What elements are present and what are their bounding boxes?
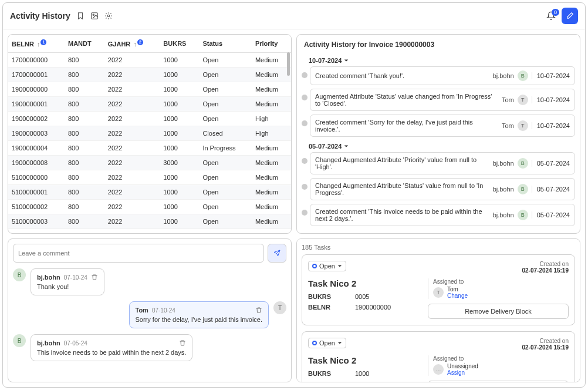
- table-row[interactable]: 190000000880020223000OpenMedium: [8, 155, 291, 170]
- task-field-label: BUKRS: [308, 293, 355, 300]
- cell: Open: [199, 184, 252, 199]
- avatar: B: [13, 334, 26, 347]
- edit-button[interactable]: [562, 8, 578, 24]
- cell: 1700000001: [8, 67, 65, 82]
- cell: Open: [199, 67, 252, 82]
- cell: 1000: [160, 67, 199, 82]
- col-priority[interactable]: Priority: [252, 35, 291, 52]
- timeline-card[interactable]: Created comment 'Thank you!'.bj.bohnB10-…: [310, 66, 575, 85]
- timeline-dot: [302, 158, 307, 164]
- chevron-down-icon: [337, 264, 342, 268]
- tasks-panel: 185 Tasks OpenCreated on02-07-2024 15:19…: [296, 238, 580, 382]
- table-row[interactable]: 170000000180020221000OpenMedium: [8, 67, 291, 82]
- col-status[interactable]: Status: [199, 35, 252, 52]
- cell: In Progress: [199, 140, 252, 155]
- table-row[interactable]: 190000000180020221000OpenMedium: [8, 96, 291, 111]
- sort-icon[interactable]: ↑: [37, 41, 40, 48]
- comment-input[interactable]: [13, 244, 264, 263]
- comment-date: 07-10-24: [152, 307, 175, 314]
- timeline-dot: [302, 184, 307, 190]
- comment-send-button[interactable]: [268, 244, 286, 263]
- status-dot-icon: [312, 341, 317, 345]
- cell: 2022: [104, 82, 160, 96]
- col-belnr[interactable]: BELNR ↑1: [8, 35, 65, 52]
- table-row[interactable]: 170000000080020221000OpenMedium: [8, 52, 291, 67]
- cell: Medium: [252, 52, 291, 67]
- table-row[interactable]: 510000000380020221000OpenMedium: [8, 214, 291, 228]
- task-status-select[interactable]: Open: [308, 261, 346, 271]
- cell: 800: [65, 155, 104, 170]
- created-value: 02-07-2024 15:19: [522, 267, 569, 274]
- timeline-user: bj.bohn: [493, 72, 514, 79]
- cell: 1700000000: [8, 52, 65, 67]
- page-title: Activity History: [10, 11, 70, 21]
- comment-user: bj.bohn: [37, 339, 60, 347]
- cell: 1000: [160, 214, 199, 228]
- cell: Medium: [252, 170, 291, 184]
- cell: 800: [65, 184, 104, 199]
- task-status-select[interactable]: Open: [308, 338, 346, 348]
- table-row[interactable]: 190000000080020221000OpenMedium: [8, 82, 291, 96]
- comment-user: bj.bohn: [37, 274, 60, 281]
- assign-action-link[interactable]: Assign: [447, 369, 465, 376]
- comment-date: 07-05-24: [64, 340, 87, 347]
- table-row[interactable]: 190000000280020221000OpenHigh: [8, 111, 291, 126]
- created-label: Created on: [522, 261, 569, 267]
- col-mandt[interactable]: MANDT: [65, 35, 104, 52]
- trash-icon[interactable]: [179, 339, 186, 347]
- timeline-date: 10-07-2024: [532, 122, 570, 129]
- table-row[interactable]: 510000000480020221000OpenMedium: [8, 228, 291, 233]
- cell: Open: [199, 199, 252, 214]
- cell: 2022: [104, 96, 160, 111]
- timeline-card[interactable]: Changed Augmented Attribute 'Status' val…: [310, 178, 575, 200]
- trash-icon[interactable]: [255, 307, 262, 314]
- timeline-card[interactable]: Changed Augmented Attribute 'Priority' v…: [310, 152, 575, 174]
- cell: 800: [65, 67, 104, 82]
- col-gjahr[interactable]: GJAHR ↑2: [104, 35, 160, 52]
- table-row[interactable]: 510000000280020221000OpenMedium: [8, 199, 291, 214]
- chevron-down-icon: [344, 58, 349, 63]
- cell: Closed: [199, 126, 252, 140]
- bookmark-icon[interactable]: [76, 12, 85, 20]
- task-action-button[interactable]: Remove Delivery Block: [428, 304, 569, 319]
- notifications-icon[interactable]: 0: [546, 11, 556, 21]
- cell: 800: [65, 52, 104, 67]
- cell: Medium: [252, 199, 291, 214]
- cell: Open: [199, 96, 252, 111]
- cell: 1000: [160, 170, 199, 184]
- timeline-user: Tom: [502, 122, 514, 129]
- timeline-date: 05-07-2024: [532, 211, 570, 218]
- comment-bubble: bj.bohn07-10-24Thank you!: [31, 268, 104, 295]
- table-row[interactable]: 190000000480020221000In ProgressMedium: [8, 140, 291, 155]
- timeline-user: bj.bohn: [493, 186, 514, 193]
- image-icon[interactable]: [90, 12, 99, 20]
- sort-icon[interactable]: ↑: [133, 41, 137, 48]
- table-row[interactable]: 510000000180020221000OpenMedium: [8, 184, 291, 199]
- table-row[interactable]: 510000000080020221000OpenMedium: [8, 170, 291, 184]
- task-field-value: 1000: [355, 370, 421, 377]
- notifications-badge: 0: [552, 9, 559, 16]
- timeline-card[interactable]: Augmented Attribute 'Status' value chang…: [310, 89, 575, 111]
- date-group-header[interactable]: 10-07-2024: [302, 55, 575, 66]
- gear-icon[interactable]: [104, 12, 113, 20]
- assignee-name: Unassigned: [447, 363, 478, 369]
- task-action-button[interactable]: Remove Delivery Block: [428, 381, 569, 382]
- scrollbar[interactable]: [287, 52, 290, 76]
- timeline-card[interactable]: Created comment 'Sorry for the delay, I'…: [310, 115, 575, 137]
- cell: 1000: [160, 96, 199, 111]
- table-row[interactable]: 190000000380020221000ClosedHigh: [8, 126, 291, 140]
- cell: 1000: [160, 111, 199, 126]
- date-group-header[interactable]: 05-07-2024: [302, 140, 575, 152]
- avatar: T: [273, 301, 286, 314]
- col-bukrs[interactable]: BUKRS: [160, 35, 199, 52]
- assign-action-link[interactable]: Change: [447, 292, 468, 299]
- chevron-down-icon: [337, 341, 342, 345]
- timeline-card[interactable]: Created comment 'This invoice needs to b…: [310, 204, 575, 226]
- chevron-down-icon: [344, 144, 349, 149]
- timeline-dot: [302, 95, 307, 100]
- assigned-label: Assigned to: [433, 355, 569, 362]
- trash-icon[interactable]: [91, 274, 98, 281]
- svg-point-1: [93, 14, 94, 15]
- cell: 2022: [104, 214, 160, 228]
- cell: High: [252, 111, 291, 126]
